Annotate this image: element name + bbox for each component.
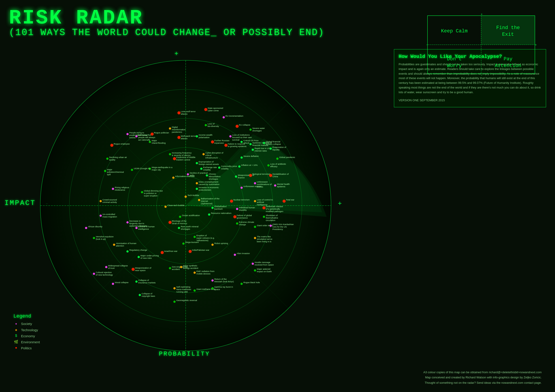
risk-dot-65 xyxy=(168,221,172,224)
risk-dot-88 xyxy=(252,263,254,265)
risk-label-75: The matrix-likesimulation we'vebeen livi… xyxy=(257,235,272,243)
risk-dot-11 xyxy=(177,136,181,139)
risk-dot-87 xyxy=(180,266,182,268)
legend-society: ★ Society xyxy=(14,321,63,326)
svg-text:Exit: Exit xyxy=(502,32,514,37)
risk-dot-6 xyxy=(235,125,239,128)
risk-dot-46 xyxy=(274,184,276,187)
risk-dot-57 xyxy=(236,208,238,210)
risk-label-3: EU incrementalism xyxy=(226,115,243,117)
risk-label-90: Major asteroidimpact on Earth xyxy=(257,268,272,273)
risk-dot-70 xyxy=(270,225,272,227)
risk-dot-25 xyxy=(203,153,205,155)
main-title: RISK RADAR xyxy=(9,7,324,29)
risk-dot-16 xyxy=(229,135,232,137)
risk-label-23: Increasing frequency& severity of storms xyxy=(172,151,191,157)
risk-dot-77 xyxy=(212,244,214,246)
risk-dot-99 xyxy=(173,301,175,303)
svg-text:+: + xyxy=(535,43,537,47)
society-label: Society xyxy=(21,322,32,326)
risk-label-87: Major syntheticbiology accident xyxy=(183,264,198,269)
svg-text:Worry: Worry xyxy=(447,63,462,69)
risk-label-84: Cultural rejectionof new technology xyxy=(96,271,113,276)
risk-dot-62 xyxy=(233,215,236,218)
risk-dot-64 xyxy=(126,221,129,223)
technology-icon: ◈ xyxy=(14,328,19,332)
risk-dot-22 xyxy=(106,157,109,160)
risk-dot-20 xyxy=(252,149,254,151)
risk-dot-67 xyxy=(178,227,180,229)
risk-dot-23 xyxy=(169,153,171,155)
risk-dot-17 xyxy=(249,143,252,145)
risk-dot-86 xyxy=(169,267,171,269)
risk-dot-98 xyxy=(139,294,141,296)
risk-dot-39 xyxy=(235,175,237,178)
politics-label: Politics xyxy=(21,346,32,350)
legend-title: Legend xyxy=(14,314,63,319)
risk-dot-68 xyxy=(236,222,238,225)
right-panel: How Would You Like Your Apocalypse? Prob… xyxy=(394,49,546,112)
risk-dot-19 xyxy=(224,144,227,147)
risk-dot-27 xyxy=(241,157,243,159)
risk-label-78: Regulatory change xyxy=(129,249,147,251)
risk-label-71: African disunity xyxy=(88,225,102,228)
risk-label-91: Moral collapse xyxy=(115,281,128,284)
risk-label-19: Failure to respondto growing epidemic xyxy=(228,143,247,148)
risk-dot-26 xyxy=(196,162,198,164)
risk-dot-14 xyxy=(211,140,214,143)
technology-label: Technology xyxy=(21,328,38,332)
legend-technology: ◈ Technology xyxy=(14,328,63,332)
footer-line3: Thought of something not on the radar? S… xyxy=(424,380,541,385)
radar-svg: Believing thatpeople will alwaysact rati… xyxy=(18,49,353,362)
svg-text:Attention: Attention xyxy=(495,63,521,69)
risk-dot-5 xyxy=(205,124,207,126)
environment-icon: 🌿 xyxy=(14,340,19,344)
risk-label-45: Unforeseen events xyxy=(243,185,261,187)
risk-label-9: Rogue politician xyxy=(154,131,169,134)
risk-label-52: Nuclear terrorism xyxy=(233,199,250,201)
risk-label-18: Global financialsystem collapse xyxy=(266,140,281,145)
risk-dot-7 xyxy=(249,128,252,131)
risk-dot-73 xyxy=(193,236,196,238)
risk-label-99: Geomagnetic reversal xyxy=(176,299,197,301)
risk-label-55: Clean-tech bubble xyxy=(167,204,184,207)
quadrant-map: Keep Calm Find the Exit Don't Worry Pay … xyxy=(425,14,533,71)
risk-dot-44 xyxy=(254,182,256,184)
footer-text: A3 colour copies of this map can be obta… xyxy=(424,370,541,385)
risk-dot-81 xyxy=(189,250,192,253)
risk-dot-49 xyxy=(184,196,187,198)
risk-label-49: Tech-bubble xyxy=(188,194,199,196)
risk-dot-8 xyxy=(126,133,129,135)
risk-label-77: Robot uprising xyxy=(214,242,228,244)
svg-text:Find the: Find the xyxy=(496,25,520,31)
risk-label-74: Mega-tsunami xyxy=(185,241,199,243)
risk-dot-9 xyxy=(151,133,154,136)
risk-dot-74 xyxy=(182,242,184,245)
risk-label-80: Israel/Iran war xyxy=(164,250,177,252)
risk-dot-55 xyxy=(164,206,167,208)
economy-icon: $ xyxy=(14,334,19,338)
risk-dot-94 xyxy=(241,283,243,285)
risk-dot-10 xyxy=(149,141,151,143)
radar-container: Believing thatpeople will alwaysact rati… xyxy=(18,49,353,362)
risk-dot-50 xyxy=(100,200,102,202)
legend-box: Legend ★ Society ◈ Technology $ Economy … xyxy=(14,314,63,352)
risk-dot-53 xyxy=(254,200,256,202)
risk-dot-32 xyxy=(267,164,270,166)
risk-label-60: Ocean acidification xyxy=(182,214,200,217)
svg-text:-: - xyxy=(426,43,428,47)
risk-label-50: Crowd-sourcedcriminal activity xyxy=(102,199,117,203)
risk-dot-38 xyxy=(206,174,208,177)
risk-dot-41 xyxy=(269,174,272,177)
risk-dot-1 xyxy=(177,111,181,114)
risk-dot-40 xyxy=(249,174,252,177)
risk-dot-59 xyxy=(100,214,102,217)
society-icon: ★ xyxy=(14,321,19,326)
risk-dot-24 xyxy=(173,157,176,160)
risk-label-31: Inflation at > 10% xyxy=(241,164,258,166)
risk-dot-29 xyxy=(200,168,203,170)
risk-dot-2 xyxy=(204,108,207,111)
risk-dot-63 xyxy=(263,216,265,218)
svg-text:+: + xyxy=(481,14,482,16)
risk-dot-47 xyxy=(112,188,114,190)
